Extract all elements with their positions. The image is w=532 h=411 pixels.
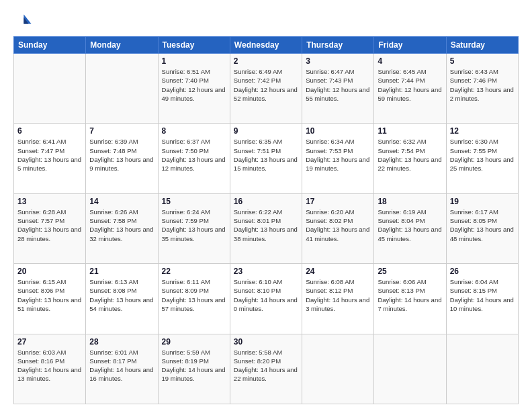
table-row: 9Sunrise: 6:35 AM Sunset: 7:51 PM Daylig… <box>230 124 302 193</box>
table-row: 21Sunrise: 6:13 AM Sunset: 8:08 PM Dayli… <box>86 264 158 334</box>
table-row: 2Sunrise: 6:49 AM Sunset: 7:42 PM Daylig… <box>230 54 302 124</box>
day-info: Sunrise: 6:19 AM Sunset: 8:04 PM Dayligh… <box>378 208 442 243</box>
day-number: 27 <box>17 337 82 347</box>
day-info: Sunrise: 6:04 AM Sunset: 8:15 PM Dayligh… <box>450 277 515 313</box>
day-info: Sunrise: 6:28 AM Sunset: 7:57 PM Dayligh… <box>17 208 82 243</box>
col-friday: Friday <box>374 37 446 54</box>
calendar-week-row: 20Sunrise: 6:15 AM Sunset: 8:06 PM Dayli… <box>14 264 519 334</box>
day-number: 6 <box>17 126 82 136</box>
day-info: Sunrise: 6:13 AM Sunset: 8:08 PM Dayligh… <box>89 277 154 313</box>
calendar-week-row: 27Sunrise: 6:03 AM Sunset: 8:16 PM Dayli… <box>14 334 519 404</box>
day-number: 21 <box>89 267 154 276</box>
day-info: Sunrise: 6:49 AM Sunset: 7:42 PM Dayligh… <box>234 67 298 103</box>
day-number: 17 <box>306 197 370 206</box>
table-row: 13Sunrise: 6:28 AM Sunset: 7:57 PM Dayli… <box>14 193 86 263</box>
logo <box>13 11 35 30</box>
day-info: Sunrise: 6:34 AM Sunset: 7:53 PM Dayligh… <box>306 137 370 173</box>
day-number: 23 <box>234 267 298 276</box>
table-row: 11Sunrise: 6:32 AM Sunset: 7:54 PM Dayli… <box>374 124 446 193</box>
col-tuesday: Tuesday <box>158 37 230 54</box>
calendar-week-row: 6Sunrise: 6:41 AM Sunset: 7:47 PM Daylig… <box>14 124 519 193</box>
table-row: 8Sunrise: 6:37 AM Sunset: 7:50 PM Daylig… <box>158 124 230 193</box>
day-number: 5 <box>450 56 515 66</box>
day-number: 3 <box>306 56 370 66</box>
day-number: 16 <box>234 197 298 206</box>
day-info: Sunrise: 6:35 AM Sunset: 7:51 PM Dayligh… <box>234 137 298 173</box>
calendar-week-row: 1Sunrise: 6:51 AM Sunset: 7:40 PM Daylig… <box>14 54 519 124</box>
table-row: 24Sunrise: 6:08 AM Sunset: 8:12 PM Dayli… <box>302 264 374 334</box>
day-number: 9 <box>234 126 298 136</box>
table-row: 3Sunrise: 6:47 AM Sunset: 7:43 PM Daylig… <box>302 54 374 124</box>
day-number: 12 <box>450 126 515 136</box>
table-row: 29Sunrise: 5:59 AM Sunset: 8:19 PM Dayli… <box>158 334 230 404</box>
table-row <box>374 334 446 404</box>
calendar-week-row: 13Sunrise: 6:28 AM Sunset: 7:57 PM Dayli… <box>14 193 519 263</box>
table-row: 26Sunrise: 6:04 AM Sunset: 8:15 PM Dayli… <box>446 264 518 334</box>
day-info: Sunrise: 6:41 AM Sunset: 7:47 PM Dayligh… <box>17 137 82 173</box>
col-wednesday: Wednesday <box>230 37 302 54</box>
table-row: 23Sunrise: 6:10 AM Sunset: 8:10 PM Dayli… <box>230 264 302 334</box>
day-info: Sunrise: 6:45 AM Sunset: 7:44 PM Dayligh… <box>378 67 442 103</box>
calendar-header-row: Sunday Monday Tuesday Wednesday Thursday… <box>14 37 519 54</box>
table-row <box>446 334 518 404</box>
day-number: 4 <box>378 56 442 66</box>
day-info: Sunrise: 6:43 AM Sunset: 7:46 PM Dayligh… <box>450 67 515 103</box>
day-info: Sunrise: 6:51 AM Sunset: 7:40 PM Dayligh… <box>162 67 226 103</box>
table-row: 7Sunrise: 6:39 AM Sunset: 7:48 PM Daylig… <box>86 124 158 193</box>
table-row: 6Sunrise: 6:41 AM Sunset: 7:47 PM Daylig… <box>14 124 86 193</box>
day-info: Sunrise: 6:47 AM Sunset: 7:43 PM Dayligh… <box>306 67 370 103</box>
table-row <box>14 54 86 124</box>
day-info: Sunrise: 6:11 AM Sunset: 8:09 PM Dayligh… <box>162 277 226 313</box>
day-info: Sunrise: 6:15 AM Sunset: 8:06 PM Dayligh… <box>17 277 82 313</box>
day-number: 11 <box>378 126 442 136</box>
day-number: 14 <box>89 197 154 206</box>
day-number: 25 <box>378 267 442 276</box>
day-info: Sunrise: 6:26 AM Sunset: 7:58 PM Dayligh… <box>89 208 154 243</box>
col-monday: Monday <box>86 37 158 54</box>
day-number: 8 <box>162 126 226 136</box>
table-row: 16Sunrise: 6:22 AM Sunset: 8:01 PM Dayli… <box>230 193 302 263</box>
day-info: Sunrise: 5:59 AM Sunset: 8:19 PM Dayligh… <box>162 348 226 383</box>
table-row: 30Sunrise: 5:58 AM Sunset: 8:20 PM Dayli… <box>230 334 302 404</box>
day-number: 13 <box>17 197 82 206</box>
day-number: 10 <box>306 126 370 136</box>
day-info: Sunrise: 6:24 AM Sunset: 7:59 PM Dayligh… <box>162 208 226 243</box>
table-row: 5Sunrise: 6:43 AM Sunset: 7:46 PM Daylig… <box>446 54 518 124</box>
day-info: Sunrise: 5:58 AM Sunset: 8:20 PM Dayligh… <box>234 348 298 383</box>
table-row: 17Sunrise: 6:20 AM Sunset: 8:02 PM Dayli… <box>302 193 374 263</box>
col-thursday: Thursday <box>302 37 374 54</box>
day-number: 22 <box>162 267 226 276</box>
table-row: 18Sunrise: 6:19 AM Sunset: 8:04 PM Dayli… <box>374 193 446 263</box>
day-info: Sunrise: 6:08 AM Sunset: 8:12 PM Dayligh… <box>306 277 370 313</box>
table-row: 1Sunrise: 6:51 AM Sunset: 7:40 PM Daylig… <box>158 54 230 124</box>
svg-rect-0 <box>13 11 32 30</box>
col-saturday: Saturday <box>446 37 518 54</box>
day-number: 29 <box>162 337 226 347</box>
table-row <box>302 334 374 404</box>
calendar-table: Sunday Monday Tuesday Wednesday Thursday… <box>13 36 519 404</box>
table-row: 28Sunrise: 6:01 AM Sunset: 8:17 PM Dayli… <box>86 334 158 404</box>
day-info: Sunrise: 6:06 AM Sunset: 8:13 PM Dayligh… <box>378 277 442 313</box>
table-row: 14Sunrise: 6:26 AM Sunset: 7:58 PM Dayli… <box>86 193 158 263</box>
day-number: 30 <box>234 337 298 347</box>
table-row: 10Sunrise: 6:34 AM Sunset: 7:53 PM Dayli… <box>302 124 374 193</box>
day-number: 26 <box>450 267 515 276</box>
day-info: Sunrise: 6:22 AM Sunset: 8:01 PM Dayligh… <box>234 208 298 243</box>
day-info: Sunrise: 6:03 AM Sunset: 8:16 PM Dayligh… <box>17 348 82 383</box>
table-row <box>86 54 158 124</box>
table-row: 4Sunrise: 6:45 AM Sunset: 7:44 PM Daylig… <box>374 54 446 124</box>
table-row: 19Sunrise: 6:17 AM Sunset: 8:05 PM Dayli… <box>446 193 518 263</box>
day-number: 15 <box>162 197 226 206</box>
table-row: 22Sunrise: 6:11 AM Sunset: 8:09 PM Dayli… <box>158 264 230 334</box>
day-info: Sunrise: 6:37 AM Sunset: 7:50 PM Dayligh… <box>162 137 226 173</box>
day-info: Sunrise: 6:20 AM Sunset: 8:02 PM Dayligh… <box>306 208 370 243</box>
logo-icon <box>13 11 32 30</box>
table-row: 27Sunrise: 6:03 AM Sunset: 8:16 PM Dayli… <box>14 334 86 404</box>
day-number: 19 <box>450 197 515 206</box>
day-info: Sunrise: 6:01 AM Sunset: 8:17 PM Dayligh… <box>89 348 154 383</box>
day-number: 20 <box>17 267 82 276</box>
day-number: 1 <box>162 56 226 66</box>
day-number: 28 <box>89 337 154 347</box>
page-header <box>13 11 519 30</box>
table-row: 12Sunrise: 6:30 AM Sunset: 7:55 PM Dayli… <box>446 124 518 193</box>
